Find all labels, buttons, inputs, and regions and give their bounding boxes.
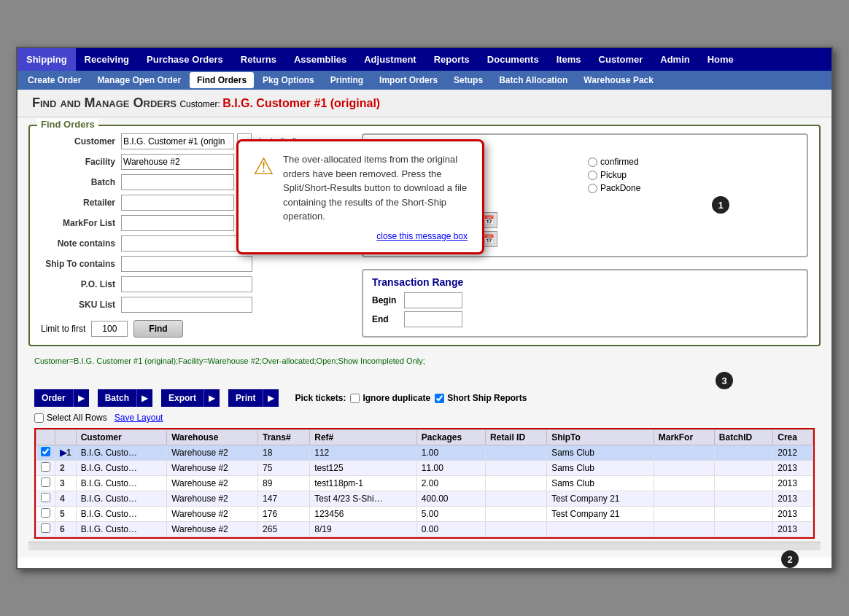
close-message-link[interactable]: close this message box [376,231,468,241]
export-button[interactable]: Export [161,389,203,407]
row-markfor [654,476,714,491]
row-customer: B.I.G. Custo… [76,491,167,507]
row-checkbox[interactable] [41,462,50,472]
submenu-import-orders[interactable]: Import Orders [372,72,445,88]
order-button[interactable]: Order [34,389,73,407]
row-batchid [714,445,772,461]
order-dropdown-button[interactable]: ▶ [73,389,89,407]
batch-label: Batch [41,177,121,187]
row-arrow-cell: 2 [55,461,77,476]
find-orders-label: Find Orders [37,119,98,130]
print-dropdown-button[interactable]: ▶ [263,389,279,407]
customer-input[interactable] [121,133,234,149]
row-checkbox-cell[interactable] [36,476,55,491]
table-row[interactable]: 6 B.I.G. Custo… Warehouse #2 265 8/19 0.… [36,522,813,537]
shipto-input[interactable] [121,256,252,272]
submenu-printing[interactable]: Printing [323,72,371,88]
batch-input[interactable] [121,174,234,190]
table-row[interactable]: 5 B.I.G. Custo… Warehouse #2 176 123456 … [36,507,813,522]
menu-receiving[interactable]: Receiving [76,48,138,71]
row-checkbox-cell[interactable] [36,491,55,507]
row-checkbox[interactable] [41,508,50,518]
select-all-checkbox[interactable] [34,413,44,423]
row-checkbox-cell[interactable] [36,522,55,537]
submenu-find-orders[interactable]: Find Orders [190,72,254,88]
row-arrow-cell: 6 [55,522,77,537]
row-created: 2013 [773,491,813,507]
retailer-label: Retailer [41,198,121,208]
markfor-input[interactable] [121,215,234,231]
submenu-warehouse-pack[interactable]: Warehouse Pack [576,72,661,88]
retailer-input[interactable] [121,195,234,211]
trans-end-input[interactable] [404,311,462,327]
print-button[interactable]: Print [228,389,263,407]
alert-header: ⚠ The over-allocated items from the orig… [253,152,468,224]
menu-customer[interactable]: Customer [590,48,652,71]
trans-begin-input[interactable] [404,292,462,308]
menu-items[interactable]: Items [548,48,590,71]
facility-input[interactable] [121,154,234,170]
row-warehouse: Warehouse #2 [167,476,258,491]
table-row[interactable]: ▶1 B.I.G. Custo… Warehouse #2 18 112 1.0… [36,445,813,461]
note-input[interactable] [121,235,252,252]
po-input[interactable] [121,276,252,292]
row-markfor [654,507,714,522]
sku-row: SKU List [41,297,347,313]
menu-purchase-orders[interactable]: Purchase Orders [138,48,232,71]
row-checkbox[interactable] [41,447,50,456]
table-row[interactable]: 2 B.I.G. Custo… Warehouse #2 75 test125 … [36,461,813,476]
export-dropdown-button[interactable]: ▶ [203,389,220,407]
menu-documents[interactable]: Documents [478,48,548,71]
row-markfor [654,445,714,461]
order-btn-group: Order ▶ [34,389,89,407]
row-checkbox-cell[interactable] [36,445,55,461]
save-layout-link[interactable]: Save Layout [115,413,163,423]
row-warehouse: Warehouse #2 [167,507,258,522]
row-checkbox-cell[interactable] [36,461,55,476]
radio-packdone-input[interactable] [588,184,597,193]
menu-adjustment[interactable]: Adjustment [355,48,425,71]
row-shipto: Sams Club [547,476,654,491]
row-checkbox-cell[interactable] [36,507,55,522]
radio-confirmed-input[interactable] [588,157,597,167]
batch-dropdown-button[interactable]: ▶ [136,389,152,407]
menu-returns[interactable]: Returns [232,48,285,71]
shipto-control [121,256,252,272]
table-row[interactable]: 4 B.I.G. Custo… Warehouse #2 147 Test 4/… [36,491,813,507]
table-row[interactable]: 3 B.I.G. Custo… Warehouse #2 89 test118p… [36,476,813,491]
row-arrow-cell: ▶1 [55,445,77,461]
pick-tickets-group: Pick tickets: Ignore duplicate Short Shi… [295,393,527,403]
row-checkbox[interactable] [41,523,50,533]
col-created: Crea [773,430,813,445]
find-button[interactable]: Find [133,320,182,338]
query-info-bar: Customer=B.I.G. Customer #1 (original);F… [28,354,821,368]
row-checkbox[interactable] [41,493,50,502]
batch-button[interactable]: Batch [98,389,136,407]
table-body: ▶1 B.I.G. Custo… Warehouse #2 18 112 1.0… [36,445,813,537]
shipto-row: Ship To contains [41,256,347,272]
main-window: Shipping Receiving Purchase Orders Retur… [16,47,833,569]
submenu-manage-open-order[interactable]: Manage Open Order [90,72,188,88]
menu-assemblies[interactable]: Assemblies [285,48,355,71]
row-shipto: Sams Club [547,461,654,476]
menu-reports[interactable]: Reports [425,48,478,71]
ignore-dup-checkbox[interactable] [350,394,360,403]
horizontal-scrollbar[interactable] [28,542,821,550]
submenu-setups[interactable]: Setups [446,72,490,88]
submenu-create-order[interactable]: Create Order [20,72,88,88]
short-ship-checkbox[interactable] [435,394,444,403]
short-ship-label: Short Ship Reports [447,393,527,403]
markfor-label: MarkFor List [41,218,121,228]
sku-input[interactable] [121,297,252,313]
radio-pickup-input[interactable] [588,171,597,180]
customer-label: Customer [41,136,121,147]
po-control [121,276,252,292]
submenu-batch-allocation[interactable]: Batch Allocation [492,72,575,88]
limit-input[interactable] [91,321,128,337]
submenu-pkg-options[interactable]: Pkg Options [255,72,322,88]
row-warehouse: Warehouse #2 [167,522,258,537]
menu-admin[interactable]: Admin [651,48,698,71]
row-checkbox[interactable] [41,477,50,487]
menu-shipping[interactable]: Shipping [18,48,76,71]
menu-home[interactable]: Home [699,48,743,71]
